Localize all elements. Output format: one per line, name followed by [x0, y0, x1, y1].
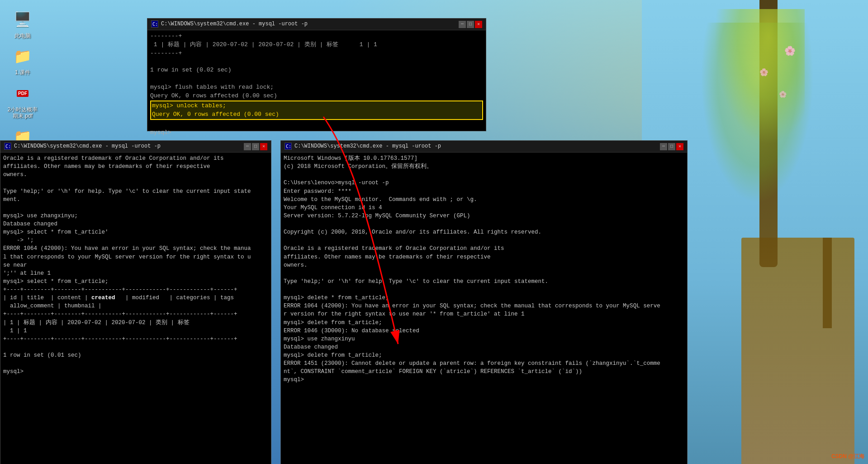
cmd-icon-br: C:\: [285, 143, 292, 150]
desktop-icon-computer[interactable]: 🖥️ 此电脑: [5, 9, 41, 39]
terminal-top-body: --------+ 1 | 标题 | 内容 | 2020-07-02 | 202…: [147, 30, 486, 139]
maximize-button-top[interactable]: □: [467, 21, 474, 28]
terminal-bl-content: Oracle is a registered trademark of Orac…: [3, 154, 268, 376]
terminal-bl-body: Oracle is a registered trademark of Orac…: [0, 153, 271, 464]
svg-text:C:\: C:\: [286, 144, 291, 149]
minimize-button-bl[interactable]: ─: [244, 143, 251, 150]
close-button-top[interactable]: ✕: [475, 21, 482, 28]
cmd-icon-bl: C:\: [4, 143, 11, 150]
terminal-top-titlebar[interactable]: C:\ C:\WINDOWS\system32\cmd.exe - mysql …: [147, 19, 486, 30]
svg-text:C:\: C:\: [152, 22, 158, 27]
terminal-window-bottom-right: C:\ C:\WINDOWS\system32\cmd.exe - mysql …: [280, 140, 688, 464]
svg-text:C:\: C:\: [5, 144, 11, 149]
computer-icon: 🖥️: [12, 9, 33, 31]
minimize-button-top[interactable]: ─: [459, 21, 466, 28]
terminal-top-content: --------+ 1 | 标题 | 内容 | 2020-07-02 | 202…: [150, 32, 483, 137]
win-controls-bl[interactable]: ─ □ ✕: [244, 143, 267, 150]
maximize-button-br[interactable]: □: [668, 143, 675, 150]
desktop-icon-folder1[interactable]: 📁 1.课件: [5, 46, 41, 76]
terminal-br-title: C:\WINDOWS\system32\cmd.exe - mysql -uro…: [294, 143, 441, 150]
desktop-icon-pdf[interactable]: PDF 2小时达概率 期末.pdf: [5, 83, 41, 120]
terminal-bl-title: C:\WINDOWS\system32\cmd.exe - mysql -uro…: [14, 143, 161, 150]
pdf-label: 2小时达概率 期末.pdf: [5, 106, 41, 120]
pdf-icon: PDF: [12, 83, 33, 105]
computer-icon-label: 此电脑: [14, 33, 31, 39]
cmd-icon-top: C:\: [151, 20, 158, 28]
desktop: 🌸 🌸 🌸 🖥️ 此电脑 📁 1.课件 PDF 2小时达概率 期末.pdf 📁 …: [0, 0, 868, 464]
maximize-button-bl[interactable]: □: [252, 143, 259, 150]
close-button-bl[interactable]: ✕: [260, 143, 267, 150]
csdn-watermark: CSDN @江海: [831, 453, 864, 460]
win-controls-top[interactable]: ─ □ ✕: [459, 21, 482, 28]
win-controls-br[interactable]: ─ □ ✕: [660, 143, 683, 150]
terminal-window-bottom-left: C:\ C:\WINDOWS\system32\cmd.exe - mysql …: [0, 140, 271, 464]
terminal-br-body: Microsoft Windows [版本 10.0.17763.1577] (…: [281, 153, 687, 464]
terminal-window-top: C:\ C:\WINDOWS\system32\cmd.exe - mysql …: [147, 18, 486, 131]
folder1-label: 1.课件: [15, 69, 30, 76]
folder1-icon: 📁: [12, 46, 33, 67]
csdn-watermark-text: CSDN @江海: [831, 453, 864, 459]
minimize-button-br[interactable]: ─: [660, 143, 667, 150]
close-button-br[interactable]: ✕: [676, 143, 683, 150]
terminal-br-titlebar[interactable]: C:\ C:\WINDOWS\system32\cmd.exe - mysql …: [281, 141, 687, 153]
terminal-br-content: Microsoft Windows [版本 10.0.17763.1577] (…: [284, 154, 684, 384]
terminal-top-title: C:\WINDOWS\system32\cmd.exe - mysql -uro…: [161, 20, 308, 28]
terminal-bl-titlebar[interactable]: C:\ C:\WINDOWS\system32\cmd.exe - mysql …: [0, 141, 271, 153]
